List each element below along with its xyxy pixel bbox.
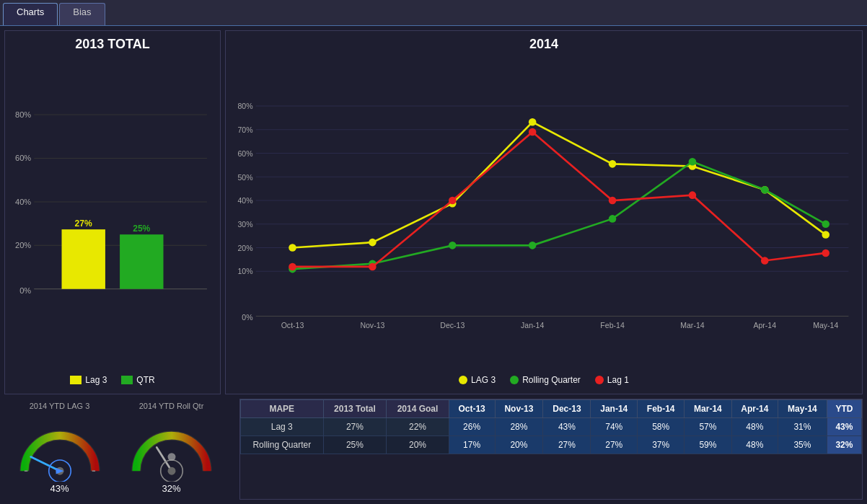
td-rollqtr-apr14: 48% bbox=[731, 436, 778, 454]
td-lag3-apr14: 48% bbox=[731, 418, 778, 436]
tab-bias[interactable]: Bias bbox=[59, 3, 105, 25]
main-content: 2013 TOTAL 80% 60% 40% 20% 0% bbox=[0, 26, 867, 504]
td-lag3-may14: 31% bbox=[778, 418, 827, 436]
svg-text:Feb-14: Feb-14 bbox=[600, 321, 625, 330]
svg-text:70%: 70% bbox=[237, 125, 252, 134]
gauge-lag3: 2014 YTD LAG 3 bbox=[7, 402, 112, 497]
legend-qtr-label: QTR bbox=[136, 375, 154, 385]
gauge-rollqtr-svg bbox=[128, 413, 215, 482]
legend-lag1-dot bbox=[595, 376, 604, 384]
td-rollqtr-dec13: 27% bbox=[543, 436, 591, 454]
td-rollqtr-feb14: 37% bbox=[637, 436, 684, 454]
svg-text:Jan-14: Jan-14 bbox=[521, 321, 544, 330]
gauge-rollqtr-value: 32% bbox=[162, 483, 180, 494]
th-dec13: Dec-13 bbox=[543, 400, 591, 418]
legend-lag3-right-label: LAG 3 bbox=[471, 375, 496, 385]
svg-point-57 bbox=[529, 128, 537, 136]
svg-point-69 bbox=[167, 453, 175, 461]
gauge-lag3-svg bbox=[17, 413, 103, 482]
table-row-rollqtr: Rolling Quarter 25% 20% 17% 20% 27% 27% … bbox=[241, 436, 862, 454]
svg-text:Oct-13: Oct-13 bbox=[281, 321, 304, 330]
td-rollqtr-2013total: 25% bbox=[323, 436, 387, 454]
svg-text:40%: 40% bbox=[15, 198, 31, 206]
td-lag3-mar14: 57% bbox=[685, 418, 731, 436]
table-header-row: MAPE 2013 Total 2014 Goal Oct-13 Nov-13 … bbox=[241, 400, 862, 418]
lag3-line bbox=[292, 122, 825, 247]
bottom-row: 2014 YTD LAG 3 bbox=[4, 399, 863, 500]
td-rollqtr-name: Rolling Quarter bbox=[241, 436, 324, 454]
svg-point-58 bbox=[609, 197, 617, 205]
svg-point-39 bbox=[369, 239, 377, 247]
app-container: Charts Bias 2013 TOTAL 80% 60% 40% 20% bbox=[0, 0, 867, 504]
td-lag3-feb14: 58% bbox=[637, 418, 684, 436]
svg-text:27%: 27% bbox=[75, 218, 92, 229]
td-lag3-nov13: 28% bbox=[495, 418, 543, 436]
legend-lag3-color bbox=[70, 376, 82, 384]
svg-text:25%: 25% bbox=[133, 224, 150, 234]
td-lag3-2013total: 27% bbox=[323, 418, 387, 436]
svg-text:Nov-13: Nov-13 bbox=[360, 321, 384, 330]
right-legend: LAG 3 Rolling Quarter Lag 1 bbox=[232, 372, 856, 388]
gauge-lag3-title: 2014 YTD LAG 3 bbox=[30, 402, 90, 410]
svg-point-49 bbox=[529, 242, 537, 249]
svg-text:Apr-14: Apr-14 bbox=[753, 321, 776, 330]
td-lag3-name: Lag 3 bbox=[241, 418, 324, 436]
th-feb14: Feb-14 bbox=[637, 400, 684, 418]
bar-chart-svg: 80% 60% 40% 20% 0% 27% bbox=[11, 55, 214, 372]
svg-text:80%: 80% bbox=[15, 110, 31, 119]
th-mar14: Mar-14 bbox=[685, 400, 731, 418]
tab-bar: Charts Bias bbox=[0, 0, 867, 26]
bar-chart-area: 80% 60% 40% 20% 0% 27% bbox=[11, 55, 214, 372]
th-apr14: Apr-14 bbox=[731, 400, 778, 418]
td-rollqtr-ytd: 32% bbox=[827, 436, 861, 454]
bar-lag3 bbox=[62, 229, 105, 289]
tab-charts[interactable]: Charts bbox=[3, 3, 58, 25]
svg-point-56 bbox=[449, 197, 457, 205]
svg-text:Mar-14: Mar-14 bbox=[680, 321, 705, 330]
legend-lag3-label: Lag 3 bbox=[85, 375, 107, 385]
svg-text:80%: 80% bbox=[237, 102, 252, 110]
line-chart-area: 80% 70% 60% 50% 40% 30% 20% bbox=[232, 55, 856, 372]
svg-text:60%: 60% bbox=[237, 149, 252, 158]
th-jan14: Jan-14 bbox=[591, 400, 638, 418]
lag1-line bbox=[292, 132, 825, 267]
svg-point-48 bbox=[449, 242, 457, 249]
left-legend: Lag 3 QTR bbox=[11, 372, 214, 388]
td-rollqtr-mar14: 59% bbox=[685, 436, 731, 454]
svg-point-51 bbox=[689, 158, 697, 166]
gauge-lag3-value: 43% bbox=[50, 483, 69, 494]
legend-lag3-right-dot bbox=[459, 376, 467, 384]
bar-qtr bbox=[120, 234, 163, 289]
svg-point-52 bbox=[761, 186, 769, 194]
gauges-section: 2014 YTD LAG 3 bbox=[4, 399, 235, 500]
legend-rolling-quarter: Rolling Quarter bbox=[510, 375, 581, 385]
svg-point-41 bbox=[529, 118, 537, 126]
svg-point-60 bbox=[761, 257, 769, 265]
legend-lag1: Lag 1 bbox=[595, 375, 629, 385]
legend-qtr: QTR bbox=[121, 375, 154, 385]
legend-lag1-label: Lag 1 bbox=[607, 375, 629, 385]
right-chart-title: 2014 bbox=[232, 37, 856, 52]
th-oct13: Oct-13 bbox=[449, 400, 495, 418]
svg-text:0%: 0% bbox=[242, 313, 252, 322]
svg-text:0%: 0% bbox=[19, 286, 31, 295]
chart-right: 2014 80% 70% 60% 50% 40% bbox=[225, 30, 863, 394]
svg-point-45 bbox=[822, 231, 829, 239]
svg-point-54 bbox=[289, 263, 296, 271]
legend-lag3: Lag 3 bbox=[70, 375, 107, 385]
svg-text:May-14: May-14 bbox=[813, 321, 838, 330]
th-2013total: 2013 Total bbox=[323, 400, 387, 418]
th-nov13: Nov-13 bbox=[495, 400, 543, 418]
svg-text:20%: 20% bbox=[15, 241, 31, 249]
legend-lag3-right: LAG 3 bbox=[459, 375, 496, 385]
svg-point-61 bbox=[822, 249, 829, 257]
svg-point-42 bbox=[609, 160, 617, 168]
table-section: MAPE 2013 Total 2014 Goal Oct-13 Nov-13 … bbox=[239, 399, 863, 500]
svg-point-55 bbox=[369, 263, 377, 271]
legend-rolling-quarter-dot bbox=[510, 376, 519, 384]
gauge-rollqtr: 2014 YTD Roll Qtr bbox=[119, 402, 224, 497]
th-mape: MAPE bbox=[241, 400, 324, 418]
td-lag3-oct13: 26% bbox=[449, 418, 495, 436]
data-table: MAPE 2013 Total 2014 Goal Oct-13 Nov-13 … bbox=[240, 399, 862, 454]
td-lag3-ytd: 43% bbox=[827, 418, 861, 436]
